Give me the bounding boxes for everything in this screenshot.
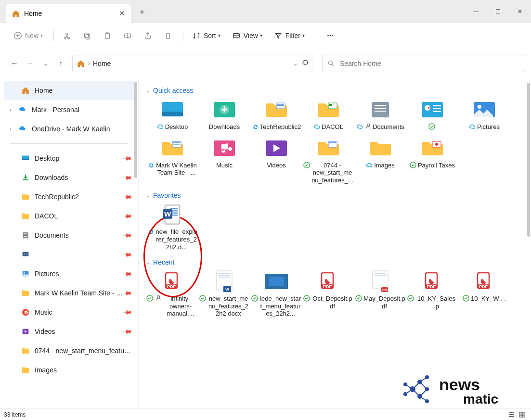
svg-point-21 xyxy=(327,35,329,36)
sidebar-item-0744[interactable]: 0744 - new_start_menu_features_2 xyxy=(0,341,138,360)
tab-home[interactable]: Home ✕ xyxy=(6,4,131,23)
svg-rect-76 xyxy=(375,273,386,274)
sidebar-item-pictures[interactable]: Pictures 📌 xyxy=(0,264,138,283)
sidebar-item-dacol[interactable]: DACOL 📌 xyxy=(0,206,138,226)
svg-rect-55 xyxy=(433,111,441,112)
sidebar-item-techrepublic2[interactable]: TechRepublic2 📌 xyxy=(0,187,138,206)
close-window-button[interactable]: ✕ xyxy=(509,0,531,23)
scrollbar-thumb[interactable] xyxy=(527,83,530,237)
svg-rect-48 xyxy=(375,105,386,106)
svg-rect-49 xyxy=(375,108,386,109)
item-techrepublic2[interactable]: TechRepublic2 xyxy=(250,98,302,131)
pin-icon: 📌 xyxy=(123,250,133,260)
sidebar-item-videos[interactable]: Videos 📌 xyxy=(0,322,138,341)
copy-button[interactable] xyxy=(78,28,96,43)
sidebar-item-downloads[interactable]: Downloads 📌 xyxy=(0,168,138,187)
svg-rect-20 xyxy=(233,33,239,38)
sidebar-item-home[interactable]: Home xyxy=(4,81,134,100)
chevron-down-icon: ⌄ xyxy=(146,260,150,265)
item-downloads[interactable]: Downloads xyxy=(198,98,250,131)
folder-icon xyxy=(315,99,342,120)
svg-rect-17 xyxy=(105,33,110,38)
sort-button[interactable]: Sort▾ xyxy=(187,28,225,43)
svg-point-33 xyxy=(26,254,27,255)
item-may-deposit[interactable]: PDF May_Deposit.pdf xyxy=(354,270,406,318)
item-new-start-menu-docx[interactable]: W new_start_menu_features_22h2.docx xyxy=(198,270,250,318)
word-thumb-icon: W xyxy=(215,270,234,293)
new-button[interactable]: New▾ xyxy=(9,28,48,43)
recent-locations-button[interactable]: ⌄ xyxy=(39,57,52,70)
more-button[interactable] xyxy=(321,28,339,43)
minimize-button[interactable]: — xyxy=(465,0,487,23)
videos-icon xyxy=(21,327,30,336)
sidebar-item-markwkaelin-team[interactable]: Mark W Kaelin Team Site - Do 📌 xyxy=(0,283,138,303)
downloads-icon xyxy=(21,173,30,182)
item-0744[interactable]: 0744 - new_start_menu_features_... xyxy=(302,137,354,184)
item-desktop[interactable]: Desktop xyxy=(146,98,198,131)
item-oct-deposit[interactable]: Oct_Deposit.pdf xyxy=(302,270,354,318)
quick-access-grid: Desktop Downloads TechRepublic2 DACOL Do… xyxy=(146,98,523,190)
section-favorites[interactable]: ⌄Favorites xyxy=(146,191,523,199)
refresh-button[interactable] xyxy=(301,59,309,68)
sidebar-item-mark-personal[interactable]: › Mark - Personal xyxy=(0,100,138,119)
item-music[interactable]: Music xyxy=(198,137,250,184)
pdf-icon xyxy=(319,270,338,293)
breadcrumb-home[interactable]: Home xyxy=(93,60,111,67)
large-icons-view-button[interactable] xyxy=(517,410,527,419)
rename-button[interactable] xyxy=(118,28,137,43)
item-10-ky-w[interactable]: 10_KY_W . . xyxy=(458,270,510,318)
svg-rect-44 xyxy=(277,105,284,106)
delete-button[interactable] xyxy=(159,28,177,43)
svg-rect-28 xyxy=(24,233,27,234)
status-item-count: 33 items xyxy=(4,411,26,418)
item-infinity-owners-manual[interactable]: infinity-owners-manual.... xyxy=(146,270,198,318)
item-lede-new-start-menu[interactable]: lede_new_start_menu_features_22h2... xyxy=(250,270,302,318)
copy-icon xyxy=(83,31,91,40)
paste-button[interactable] xyxy=(98,28,117,43)
sidebar-item-documents[interactable]: Documents 📌 xyxy=(0,226,138,245)
item-images[interactable]: Images xyxy=(354,137,406,184)
back-button[interactable]: ← xyxy=(8,57,21,70)
search-input[interactable] xyxy=(339,59,519,68)
close-icon[interactable]: ✕ xyxy=(119,9,125,18)
svg-rect-54 xyxy=(433,108,441,109)
sidebar-item-desktop[interactable]: Desktop 📌 xyxy=(0,149,138,168)
sidebar-item-images[interactable]: Images xyxy=(0,360,138,380)
chevron-dropdown-icon[interactable]: ⌄ xyxy=(293,61,298,67)
board-icon xyxy=(419,99,446,120)
item-pictures[interactable]: Pictures xyxy=(458,98,510,131)
videos-folder-icon xyxy=(263,138,290,159)
address-bar[interactable]: › Home ⌄ xyxy=(72,55,313,72)
item-10-ky-sales[interactable]: 10_KY_Sales .p xyxy=(406,270,458,318)
item-payroll-taxes[interactable]: Payroll Taxes xyxy=(406,137,458,184)
chevron-right-icon[interactable]: › xyxy=(10,107,15,113)
item-documents[interactable]: Documents xyxy=(354,98,406,131)
search-bar[interactable] xyxy=(322,55,524,72)
titlebar: Home ✕ ＋ — ☐ ✕ xyxy=(0,0,531,23)
sidebar-item-music[interactable]: Music 📌 xyxy=(0,303,138,322)
section-recent[interactable]: ⌄Recent xyxy=(146,258,523,266)
details-view-button[interactable] xyxy=(506,410,517,419)
filter-button[interactable]: Filter▾ xyxy=(269,28,310,43)
item-board[interactable] xyxy=(406,98,458,131)
up-button[interactable]: ↑ xyxy=(54,57,67,70)
scrollbar-thumb[interactable] xyxy=(134,82,137,178)
item-new-file-explorer-features[interactable]: new_file_explorer_features_22h2.d... xyxy=(146,203,198,251)
cut-button[interactable] xyxy=(58,28,76,43)
chevron-right-icon[interactable]: › xyxy=(10,127,15,132)
sidebar-item-board[interactable]: 📌 xyxy=(0,245,138,264)
maximize-button[interactable]: ☐ xyxy=(487,0,509,23)
cloud-icon xyxy=(18,125,27,133)
share-button[interactable] xyxy=(139,28,157,43)
item-videos[interactable]: Videos xyxy=(250,137,302,184)
item-markwkaelin-team[interactable]: Mark W Kaelin Team Site - ... xyxy=(146,137,198,184)
chevron-right-icon: › xyxy=(88,60,90,67)
section-quick-access[interactable]: ⌄Quick access xyxy=(146,87,523,94)
view-button[interactable]: View▾ xyxy=(227,28,267,43)
sidebar-item-onedrive[interactable]: › OneDrive - Mark W Kaelin xyxy=(0,119,138,139)
forward-button[interactable]: → xyxy=(23,57,37,70)
new-tab-button[interactable]: ＋ xyxy=(138,6,146,17)
folder-icon xyxy=(315,138,342,159)
svg-point-14 xyxy=(68,37,70,39)
item-dacol[interactable]: DACOL xyxy=(302,98,354,131)
